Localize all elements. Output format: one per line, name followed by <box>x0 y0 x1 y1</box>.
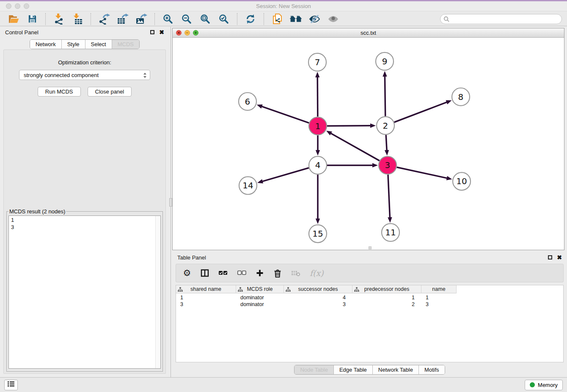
zoom-selected-icon[interactable] <box>217 13 230 25</box>
save-icon[interactable] <box>26 13 39 25</box>
maximize-window-icon[interactable] <box>24 3 29 9</box>
frame-minimize-icon[interactable]: − <box>184 30 190 36</box>
trash-icon[interactable] <box>273 269 282 278</box>
column-header-shared-name[interactable]: shared name <box>176 285 236 293</box>
float-panel-icon[interactable] <box>150 30 154 34</box>
edge-3-1[interactable] <box>330 133 380 160</box>
zoom-out-icon[interactable] <box>180 13 193 25</box>
graph-node-label-15: 15 <box>312 229 323 239</box>
table-row[interactable]: 3dominator323 <box>176 301 563 308</box>
column-header-successor-nodes[interactable]: successor nodes <box>284 285 352 293</box>
edge-arrowhead-3-1 <box>326 131 332 135</box>
panel-splitter[interactable] <box>169 27 172 377</box>
export-network-icon[interactable] <box>98 13 110 25</box>
memory-status-icon <box>530 382 535 387</box>
select-all-icon[interactable] <box>218 270 228 276</box>
zoom-in-icon[interactable] <box>162 13 174 25</box>
edge-2-9[interactable] <box>385 76 385 116</box>
tab-select[interactable]: Select <box>85 40 112 49</box>
cell-MCDS-role[interactable]: dominator <box>236 301 284 307</box>
frame-close-icon[interactable]: ✕ <box>176 30 182 36</box>
edge-1-7[interactable] <box>317 77 318 117</box>
desktop-edge <box>0 0 567 1</box>
cell-name[interactable]: 3 <box>421 301 457 307</box>
close-table-panel-icon[interactable]: ✖ <box>557 254 562 260</box>
mcds-result-title: MCDS result (2 nodes) <box>8 208 66 215</box>
show-eye-icon[interactable] <box>327 13 339 25</box>
window-title: Session: New Session <box>256 3 311 9</box>
columns-icon[interactable] <box>201 269 209 277</box>
criterion-dropdown[interactable]: strongly connected component <box>19 70 150 80</box>
network-canvas[interactable]: 7968124314101511 <box>173 38 564 250</box>
node-table[interactable]: shared nameMCDS rolesuccessor nodesprede… <box>176 285 564 362</box>
toolbar-separator <box>154 13 155 25</box>
cell-name[interactable]: 1 <box>421 295 457 301</box>
run-mcds-button[interactable]: Run MCDS <box>38 87 81 97</box>
table-row[interactable]: 1dominator411 <box>176 294 563 301</box>
edge-2-3[interactable] <box>386 135 387 151</box>
splitter-handle[interactable] <box>169 198 172 207</box>
frame-maximize-icon[interactable]: + <box>193 30 198 36</box>
export-table-icon[interactable] <box>116 13 129 25</box>
close-panel-icon[interactable]: ✖ <box>159 29 164 35</box>
tab-node-table[interactable]: Node Table <box>295 365 334 374</box>
column-label: MCDS role <box>247 286 272 292</box>
float-table-panel-icon[interactable] <box>548 255 552 259</box>
tab-style[interactable]: Style <box>62 40 85 49</box>
import-network-icon[interactable] <box>52 13 65 25</box>
add-icon[interactable] <box>256 269 264 277</box>
mcds-result-values: 13 <box>11 216 158 231</box>
open-folder-icon[interactable] <box>7 13 20 25</box>
window-traffic-lights[interactable] <box>6 3 29 9</box>
column-header-name[interactable]: name <box>421 285 457 293</box>
edge-1-6[interactable] <box>261 106 309 123</box>
mcds-result-box[interactable]: 13 <box>8 215 161 369</box>
cell-predecessor-nodes[interactable]: 1 <box>352 295 421 301</box>
search-input[interactable] <box>440 14 562 24</box>
home-icon[interactable] <box>289 13 302 25</box>
cell-shared-name[interactable]: 1 <box>176 295 236 301</box>
unselect-all-icon[interactable] <box>237 270 246 276</box>
cell-MCDS-role[interactable]: dominator <box>236 295 284 301</box>
column-label: name <box>432 286 445 292</box>
edge-2-8[interactable] <box>394 102 448 122</box>
tab-mcds[interactable]: MCDS <box>112 40 139 49</box>
memory-button[interactable]: Memory <box>525 380 563 390</box>
tab-motifs[interactable]: Motifs <box>419 365 445 374</box>
minimize-window-icon[interactable] <box>15 3 20 9</box>
gear-icon[interactable]: ⚙ <box>183 269 191 278</box>
graph-node-label-9: 9 <box>382 56 388 66</box>
network-graph[interactable]: 7968124314101511 <box>173 38 564 250</box>
window-titlebar[interactable]: Session: New Session <box>0 1 567 11</box>
graph-node-label-6: 6 <box>245 97 250 107</box>
cell-predecessor-nodes[interactable]: 2 <box>352 301 421 307</box>
refresh-icon[interactable] <box>244 13 257 25</box>
cell-shared-name[interactable]: 3 <box>176 301 236 307</box>
canvas-resize-handle[interactable] <box>369 246 372 249</box>
hide-eye-icon[interactable] <box>308 13 321 25</box>
network-view-titlebar[interactable]: ✕ − + scc.txt <box>173 28 564 38</box>
edge-arrowhead-4-15 <box>316 218 320 224</box>
fx-icon: f(x) <box>310 269 324 277</box>
dropdown-stepper-icon <box>143 72 147 80</box>
close-panel-button[interactable]: Close panel <box>88 87 132 97</box>
tab-network[interactable]: Network <box>30 40 62 49</box>
result-scrollbar[interactable] <box>155 216 160 368</box>
tab-edge-table[interactable]: Edge Table <box>334 365 373 374</box>
edge-4-14[interactable] <box>262 168 309 182</box>
mcds-result-fieldset: MCDS result (2 nodes) 13 <box>6 208 163 372</box>
column-header-predecessor-nodes[interactable]: predecessor nodes <box>352 285 421 293</box>
task-history-button[interactable] <box>4 380 18 390</box>
tab-network-table[interactable]: Network Table <box>373 365 419 374</box>
zoom-fit-icon[interactable] <box>199 13 212 25</box>
import-table-icon[interactable] <box>71 13 84 25</box>
column-header-MCDS-role[interactable]: MCDS role <box>236 285 284 293</box>
edge-1-2[interactable] <box>327 126 371 126</box>
export-image-icon[interactable] <box>135 13 148 25</box>
edge-3-11[interactable] <box>388 174 390 218</box>
cell-successor-nodes[interactable]: 3 <box>284 301 352 307</box>
cell-successor-nodes[interactable]: 4 <box>284 295 352 301</box>
edge-3-10[interactable] <box>396 167 447 178</box>
close-window-icon[interactable] <box>6 3 11 9</box>
network-file-icon[interactable] <box>271 13 284 25</box>
